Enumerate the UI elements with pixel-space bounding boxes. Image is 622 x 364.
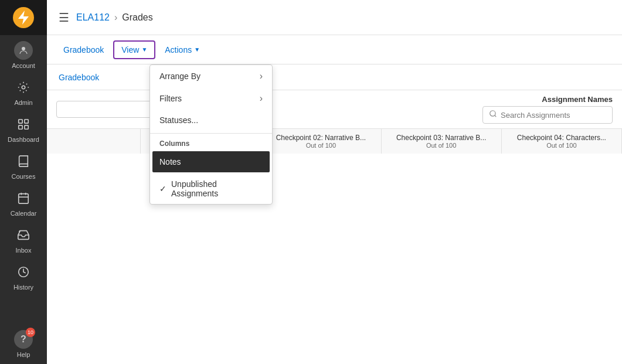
svg-rect-6 (19, 194, 29, 204)
actions-arrow-icon: ▼ (194, 46, 200, 53)
col-1-sub: Out of 100 (268, 142, 373, 149)
sidebar-item-help-label: Help (17, 351, 30, 358)
sidebar-item-inbox-label: Inbox (16, 247, 32, 254)
svg-point-11 (490, 111, 495, 116)
unpublished-item[interactable]: ✓ Unpublished Assignments (150, 174, 272, 204)
admin-icon (17, 81, 30, 97)
help-badge-count: 10 (26, 328, 35, 337)
assignment-names-area: Assignment Names (482, 95, 613, 124)
svg-rect-5 (25, 125, 28, 129)
help-icon: ? 10 (14, 330, 33, 349)
col-3-title: Checkpoint 04: Characters... (509, 134, 614, 142)
view-button[interactable]: View ▼ (113, 40, 155, 59)
header: ☰ ELA112 › Grades (47, 0, 622, 35)
check-icon: ✓ (159, 184, 166, 193)
filters-item[interactable]: Filters (150, 87, 272, 110)
account-icon (14, 41, 33, 60)
svg-line-12 (495, 115, 497, 117)
logo[interactable] (0, 0, 47, 35)
sidebar-item-history[interactable]: History (0, 260, 47, 297)
col-2-sub: Out of 100 (389, 142, 494, 149)
sidebar-item-history-label: History (13, 284, 33, 291)
sidebar-item-courses-label: Courses (12, 173, 36, 180)
calendar-icon (17, 192, 30, 207)
toolbar: Gradebook View ▼ Actions ▼ Arrange By Fi… (47, 35, 622, 64)
svg-point-0 (22, 47, 25, 50)
gradebook-button[interactable]: Gradebook (56, 42, 111, 58)
assignment-names-label: Assignment Names (542, 95, 613, 104)
statuses-label: Statuses... (159, 115, 198, 125)
breadcrumb: ELA112 › Grades (76, 12, 153, 23)
col-3-sub: Out of 100 (509, 142, 614, 149)
sidebar-item-calendar-label: Calendar (11, 210, 37, 217)
assignment-col-3[interactable]: Checkpoint 04: Characters... Out of 100 (502, 129, 622, 154)
sub-nav: Gradebook (47, 64, 622, 90)
logo-icon (13, 7, 34, 28)
history-icon (17, 266, 30, 281)
sidebar-item-help[interactable]: ? 10 Help (0, 324, 47, 364)
col-2-title: Checkpoint 03: Narrative B... (389, 134, 494, 142)
svg-point-1 (22, 86, 25, 89)
svg-rect-4 (19, 125, 22, 129)
sidebar-item-account-label: Account (12, 62, 35, 69)
sidebar-item-calendar[interactable]: Calendar (0, 186, 47, 223)
dropdown-divider (150, 133, 272, 134)
view-arrow-icon: ▼ (141, 46, 147, 53)
sidebar-item-dashboard-label: Dashboard (8, 136, 39, 143)
table-controls: ▼ Assignment Names (47, 90, 622, 128)
unpublished-label: Unpublished Assignments (171, 179, 263, 198)
actions-label: Actions (165, 45, 192, 55)
sidebar-item-account[interactable]: Account (0, 35, 47, 75)
sidebar-item-inbox[interactable]: Inbox (0, 223, 47, 260)
breadcrumb-current: Grades (122, 12, 152, 23)
main-content: ☰ ELA112 › Grades Gradebook View ▼ Actio… (47, 0, 622, 364)
sidebar-item-dashboard[interactable]: Dashboard (0, 112, 47, 149)
sidebar-item-admin-label: Admin (14, 99, 32, 106)
gradebook-link[interactable]: Gradebook (56, 73, 101, 82)
col-1-title: Checkpoint 02: Narrative B... (268, 134, 373, 142)
inbox-icon (17, 229, 30, 244)
student-column-header (47, 129, 141, 154)
svg-rect-3 (25, 120, 28, 123)
filters-label: Filters (159, 94, 182, 103)
breadcrumb-separator: › (114, 12, 117, 23)
hamburger-button[interactable]: ☰ (59, 11, 69, 25)
table-area: ▼ Assignment Names Checkpoin (47, 90, 622, 364)
sidebar-item-admin[interactable]: Admin (0, 75, 47, 112)
search-assignments-container (482, 106, 613, 124)
assignment-col-1[interactable]: Checkpoint 02: Narrative B... Out of 100 (261, 129, 381, 154)
columns-section-label: Columns (150, 136, 272, 150)
content-area: Gradebook ▼ Assignment Names (47, 64, 622, 364)
actions-button[interactable]: Actions ▼ (158, 42, 207, 58)
arrange-by-item[interactable]: Arrange By (150, 65, 272, 87)
view-dropdown: Arrange By Filters Statuses... Columns N… (149, 64, 273, 205)
view-label: View (121, 45, 139, 55)
svg-rect-2 (19, 120, 22, 123)
gradebook-label: Gradebook (63, 45, 104, 55)
courses-icon (17, 155, 30, 171)
search-assignments-input[interactable] (501, 111, 606, 120)
notes-item[interactable]: Notes (152, 151, 270, 172)
dashboard-icon (17, 118, 30, 134)
arrange-by-label: Arrange By (159, 72, 200, 81)
grade-table-header: Checkpoint 01: Explicit and... Out of 10… (47, 128, 622, 154)
notes-label: Notes (159, 157, 181, 166)
search-icon (489, 110, 497, 120)
breadcrumb-course[interactable]: ELA112 (76, 12, 110, 23)
statuses-item[interactable]: Statuses... (150, 110, 272, 131)
sidebar-item-courses[interactable]: Courses (0, 149, 47, 186)
assignment-col-2[interactable]: Checkpoint 03: Narrative B... Out of 100 (382, 129, 502, 154)
sidebar: Account Admin Dashboard Courses Calendar… (0, 0, 47, 364)
